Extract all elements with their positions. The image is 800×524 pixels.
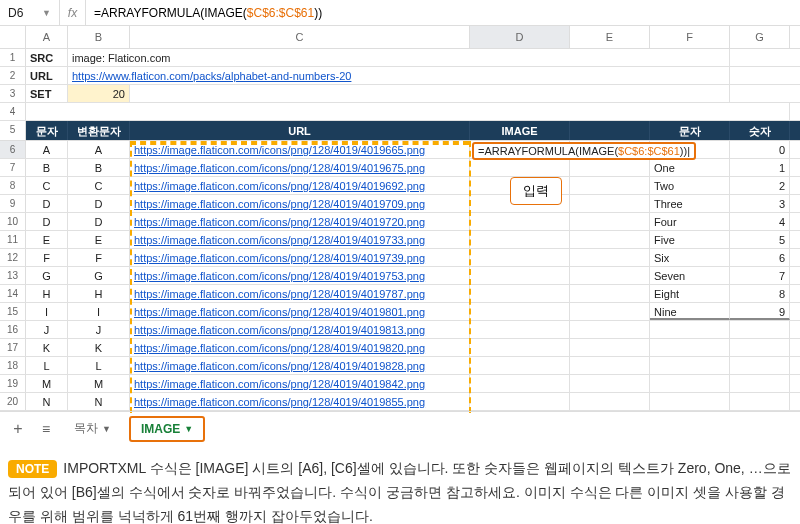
cell-a[interactable]: D [26, 213, 68, 230]
cell-c[interactable]: https://image.flaticon.com/icons/png/128… [130, 267, 470, 284]
cell-a[interactable]: A [26, 141, 68, 158]
cell-c[interactable]: https://image.flaticon.com/icons/png/128… [130, 321, 470, 338]
url-link[interactable]: https://image.flaticon.com/icons/png/128… [134, 360, 425, 372]
cell-d[interactable] [470, 267, 570, 284]
hdr-d[interactable]: IMAGE [470, 121, 570, 140]
cell-a[interactable]: F [26, 249, 68, 266]
cell-c[interactable]: https://image.flaticon.com/icons/png/128… [130, 231, 470, 248]
url-link[interactable]: https://image.flaticon.com/icons/png/128… [134, 288, 425, 300]
select-all[interactable] [0, 26, 26, 48]
col-C[interactable]: C [130, 26, 470, 48]
cell-B1[interactable]: image: Flaticon.com [68, 49, 730, 66]
url-link[interactable]: https://image.flaticon.com/icons/png/128… [134, 234, 425, 246]
cell-g[interactable]: 2 [730, 177, 790, 194]
cell-c[interactable]: https://image.flaticon.com/icons/png/128… [130, 213, 470, 230]
cell-b[interactable]: K [68, 339, 130, 356]
cell-f[interactable]: Six [650, 249, 730, 266]
row-num[interactable]: 20 [0, 393, 26, 410]
cell-B2[interactable]: https://www.flaticon.com/packs/alphabet-… [68, 67, 730, 84]
col-D[interactable]: D [470, 26, 570, 48]
url-link[interactable]: https://image.flaticon.com/icons/png/128… [134, 324, 425, 336]
cell-b[interactable]: E [68, 231, 130, 248]
cell-a[interactable]: E [26, 231, 68, 248]
row-num[interactable]: 6 [0, 141, 26, 158]
cell-d[interactable] [470, 339, 570, 356]
cell-c[interactable]: https://image.flaticon.com/icons/png/128… [130, 195, 470, 212]
row-num[interactable]: 9 [0, 195, 26, 212]
url-link[interactable]: https://image.flaticon.com/icons/png/128… [134, 180, 425, 192]
cell-e[interactable] [570, 249, 650, 266]
cell-c[interactable]: https://image.flaticon.com/icons/png/128… [130, 393, 470, 410]
url-link[interactable]: https://image.flaticon.com/icons/png/128… [134, 252, 425, 264]
cell-d[interactable] [470, 303, 570, 320]
cell-a[interactable]: C [26, 177, 68, 194]
cell-e[interactable] [570, 177, 650, 194]
cell-d[interactable] [470, 231, 570, 248]
cell-f[interactable] [650, 393, 730, 410]
cell-e[interactable] [570, 231, 650, 248]
cell-b[interactable]: M [68, 375, 130, 392]
name-box[interactable]: D6 ▼ [0, 0, 60, 25]
row-num[interactable]: 15 [0, 303, 26, 320]
url-link[interactable]: https://image.flaticon.com/icons/png/128… [134, 198, 425, 210]
cell-f[interactable] [650, 339, 730, 356]
cell-f[interactable]: Two [650, 177, 730, 194]
cell-A1[interactable]: SRC [26, 49, 68, 66]
dropdown-icon[interactable]: ▼ [42, 8, 51, 18]
url-link[interactable]: https://image.flaticon.com/icons/png/128… [134, 270, 425, 282]
url-link[interactable]: https://image.flaticon.com/icons/png/128… [134, 342, 425, 354]
cell-g[interactable]: 8 [730, 285, 790, 302]
hdr-g[interactable]: 숫자 [730, 121, 790, 140]
cell-a[interactable]: L [26, 357, 68, 374]
cell-a[interactable]: H [26, 285, 68, 302]
cell-b[interactable]: N [68, 393, 130, 410]
cell-g[interactable] [730, 339, 790, 356]
row-num[interactable]: 12 [0, 249, 26, 266]
cell-e[interactable] [570, 339, 650, 356]
cell-e[interactable] [570, 285, 650, 302]
cell-d[interactable] [470, 393, 570, 410]
cell-d[interactable] [470, 249, 570, 266]
formula-input[interactable]: =ARRAYFORMULA(IMAGE($C$6:$C$61)) [86, 0, 330, 25]
cell-e[interactable] [570, 195, 650, 212]
url-link[interactable]: https://www.flaticon.com/packs/alphabet-… [72, 70, 351, 82]
row-num[interactable]: 17 [0, 339, 26, 356]
cell-c[interactable]: https://image.flaticon.com/icons/png/128… [130, 339, 470, 356]
row-num[interactable]: 10 [0, 213, 26, 230]
hdr-e[interactable] [570, 121, 650, 140]
cell-f[interactable]: Five [650, 231, 730, 248]
cell-e[interactable] [570, 267, 650, 284]
cell-f[interactable] [650, 375, 730, 392]
cell-c[interactable]: https://image.flaticon.com/icons/png/128… [130, 303, 470, 320]
cell-editor[interactable]: =ARRAYFORMULA(IMAGE($C$6:$C$61))| [472, 142, 696, 160]
cell-b[interactable]: I [68, 303, 130, 320]
cell-g[interactable]: 7 [730, 267, 790, 284]
cell-b[interactable]: B [68, 159, 130, 176]
hdr-b[interactable]: 변환문자 [68, 121, 130, 140]
cell-e[interactable] [570, 321, 650, 338]
url-link[interactable]: https://image.flaticon.com/icons/png/128… [134, 216, 425, 228]
cell-A2[interactable]: URL [26, 67, 68, 84]
col-F[interactable]: F [650, 26, 730, 48]
cell-b[interactable]: A [68, 141, 130, 158]
cell-g[interactable]: 9 [730, 303, 790, 320]
cell-e[interactable] [570, 303, 650, 320]
cell-f[interactable]: One [650, 159, 730, 176]
cell-a[interactable]: I [26, 303, 68, 320]
cell-c[interactable]: https://image.flaticon.com/icons/png/128… [130, 177, 470, 194]
cell-c[interactable]: https://image.flaticon.com/icons/png/128… [130, 159, 470, 176]
cell-g[interactable]: 6 [730, 249, 790, 266]
cell-g[interactable] [730, 375, 790, 392]
cell-c[interactable]: https://image.flaticon.com/icons/png/128… [130, 285, 470, 302]
cell-B3[interactable]: 20 [68, 85, 130, 102]
cell-e[interactable] [570, 159, 650, 176]
cell-d[interactable] [470, 213, 570, 230]
url-link[interactable]: https://image.flaticon.com/icons/png/128… [134, 378, 425, 390]
cell-b[interactable]: D [68, 195, 130, 212]
col-A[interactable]: A [26, 26, 68, 48]
col-E[interactable]: E [570, 26, 650, 48]
row-num[interactable]: 11 [0, 231, 26, 248]
cell-a[interactable]: M [26, 375, 68, 392]
cell-c[interactable]: https://image.flaticon.com/icons/png/128… [130, 249, 470, 266]
cell-b[interactable]: C [68, 177, 130, 194]
